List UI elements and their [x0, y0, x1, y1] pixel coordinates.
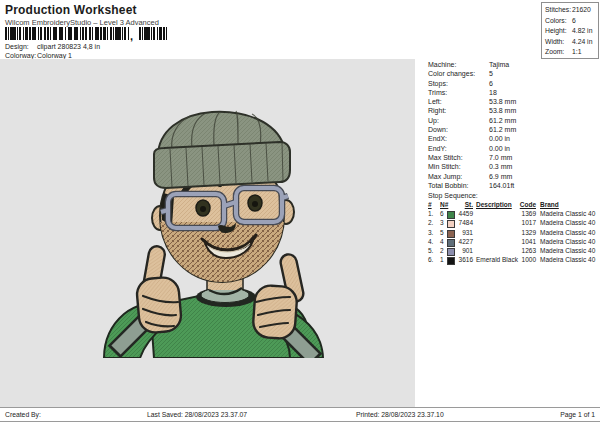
barcode-bars-main [5, 27, 129, 40]
cell-stitches: 901 [453, 247, 473, 254]
col-stitches: St. [453, 201, 473, 208]
footer-printed: Printed: 28/08/2023 23.37.10 [356, 411, 444, 418]
cell-needle: 3 [440, 219, 444, 226]
design-barcode: , [5, 27, 167, 40]
cell-code: 1041 [514, 238, 536, 245]
machine-row: Left:53.8 mm [428, 98, 598, 107]
cell-brand: Madeira Classic 40 [540, 256, 595, 263]
stat-label: Width: [545, 38, 564, 45]
stat-value: 4.82 in [572, 27, 592, 34]
colorway-label: Colorway: [5, 52, 36, 59]
design-row: Design: clipart 280823 4,8 in [5, 43, 205, 51]
cell-brand: Madeira Classic 40 [540, 219, 595, 226]
machine-label: Min Stitch: [428, 163, 461, 170]
stat-value: 21620 [572, 6, 591, 13]
cell-brand: Madeira Classic 40 [540, 238, 595, 245]
machine-row: Up:61.2 mm [428, 117, 598, 126]
machine-row: EndY:0.00 in [428, 145, 598, 154]
cell-code: 1263 [514, 247, 536, 254]
embroidery-design-avatar [88, 106, 338, 358]
col-needle: N# [440, 201, 448, 208]
cell-needle: 4 [440, 238, 444, 245]
machine-value: 7.0 mm [489, 154, 512, 161]
cell-code: 1369 [514, 210, 536, 217]
cell-code: 1000 [514, 256, 536, 263]
stop-sequence-table: # N# St. Description Code Brand 1. 6 445… [415, 201, 600, 266]
stat-value: 6 [572, 17, 576, 24]
cell-brand: Madeira Classic 40 [540, 247, 595, 254]
cell-stitches: 4227 [453, 238, 473, 245]
cell-brand: Madeira Classic 40 [540, 229, 595, 236]
machine-label: Left: [428, 98, 442, 105]
cell-brand: Madeira Classic 40 [540, 210, 595, 217]
machine-value: 164.01ft [489, 182, 514, 189]
machine-value: 18 [489, 89, 497, 96]
design-value: clipart 280823 4,8 in [37, 43, 100, 50]
machine-value: 5 [489, 70, 493, 77]
machine-row: Right:53.8 mm [428, 107, 598, 116]
machine-row: Stops:6 [428, 80, 598, 89]
stat-value: 1:1 [572, 48, 581, 55]
cell-code: 1017 [514, 219, 536, 226]
machine-value: 53.8 mm [489, 98, 516, 105]
page-title: Production Worksheet [5, 3, 137, 17]
colorway-value: Colorway 1 [37, 52, 72, 59]
cell-seq: 1. [428, 210, 433, 217]
page-footer: Created By: Last Saved: 28/08/2023 23.37… [0, 407, 600, 422]
col-seq: # [428, 201, 432, 208]
machine-label: Machine: [428, 61, 456, 68]
machine-label: Right: [428, 107, 446, 114]
stop-sequence-title: Stop Sequence: [428, 192, 478, 199]
design-label: Design: [5, 43, 29, 50]
cell-stitches: 3616 [453, 256, 473, 263]
machine-row: Down:61.2 mm [428, 126, 598, 135]
machine-label: EndY: [428, 145, 447, 152]
cell-needle: 1 [440, 256, 444, 263]
machine-label: EndX: [428, 135, 447, 142]
table-row: 2. 3 7484 1017 Madeira Classic 40 [415, 219, 600, 228]
stat-value: 4.24 in [572, 38, 592, 45]
machine-row: Max Jump:6.9 mm [428, 173, 598, 182]
machine-label: Stops: [428, 80, 448, 87]
cell-stitches: 4459 [453, 210, 473, 217]
avatar-beanie [154, 111, 290, 188]
footer-page-number: Page 1 of 1 [560, 411, 595, 418]
table-row: 5. 2 901 1263 Madeira Classic 40 [415, 247, 600, 256]
cell-needle: 6 [440, 210, 444, 217]
col-code: Code [514, 201, 536, 208]
machine-label: Max Jump: [428, 173, 462, 180]
barcode-bars-end [139, 27, 167, 40]
cell-needle: 2 [440, 247, 444, 254]
cell-needle: 5 [440, 229, 444, 236]
table-row: 4. 4 4227 1041 Madeira Classic 40 [415, 238, 600, 247]
machine-label: Trims: [428, 89, 447, 96]
design-stats-box: Stitches:21620 Colors:6 Height:4.82 in W… [541, 2, 599, 59]
stat-label: Height: [545, 27, 567, 34]
col-brand: Brand [540, 201, 559, 208]
stat-label: Stitches: [545, 6, 571, 13]
machine-value: 6.9 mm [489, 173, 512, 180]
cell-stitches: 931 [453, 229, 473, 236]
machine-value: 0.3 mm [489, 163, 512, 170]
stop-sequence-header: # N# St. Description Code Brand [415, 201, 600, 210]
machine-value: 6 [489, 80, 493, 87]
barcode-separator: , [130, 30, 133, 42]
table-row: 6. 1 3616 Emerald Black 1000 Madeira Cla… [415, 256, 600, 265]
machine-value: 61.2 mm [489, 126, 516, 133]
stat-label: Zoom: [545, 48, 564, 55]
machine-label: Total Bobbin: [428, 182, 468, 189]
machine-row: Total Bobbin:164.01ft [428, 182, 598, 191]
machine-value: 0.00 in [489, 135, 510, 142]
stat-label: Colors: [545, 17, 567, 24]
machine-label: Up: [428, 117, 439, 124]
footer-last-saved: Last Saved: 28/08/2023 23.37.07 [147, 411, 247, 418]
machine-label: Max Stitch: [428, 154, 463, 161]
machine-label: Color changes: [428, 70, 475, 77]
cell-seq: 5. [428, 247, 433, 254]
machine-value: 53.8 mm [489, 107, 516, 114]
cell-stitches: 7484 [453, 219, 473, 226]
cell-seq: 3. [428, 229, 433, 236]
machine-value: 0.00 in [489, 145, 510, 152]
app-subtitle: Wilcom EmbroideryStudio – Level 3 Advanc… [5, 18, 159, 27]
cell-code: 1329 [514, 229, 536, 236]
